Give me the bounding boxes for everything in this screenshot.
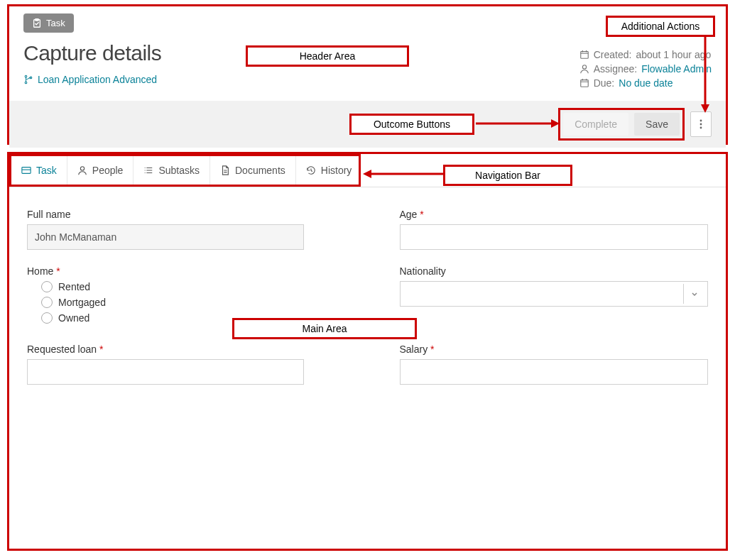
field-requested-loan: Requested loan * — [27, 344, 336, 385]
field-age: Age * — [400, 209, 709, 250]
person-icon — [77, 165, 87, 175]
nationality-label: Nationality — [400, 265, 709, 277]
process-link-label: Loan Application Advanced — [38, 74, 157, 85]
nationality-select[interactable] — [400, 281, 709, 307]
svg-point-6 — [582, 65, 586, 69]
person-icon — [579, 64, 589, 74]
annotation-outcome-buttons: Outcome Buttons — [349, 114, 474, 135]
tab-subtasks[interactable]: Subtasks — [134, 156, 210, 185]
meta-assignee: Assignee: Flowable Admin — [579, 63, 712, 75]
tab-documents[interactable]: Documents — [210, 156, 296, 185]
svg-point-12 — [80, 167, 84, 170]
main-panel: Task People Subtasks Documents History — [7, 152, 728, 551]
annotation-additional-actions: Additional Actions — [606, 16, 715, 37]
full-name-label: Full name — [27, 209, 336, 220]
navigation-bar: Task People Subtasks Documents History — [9, 154, 361, 187]
complete-button[interactable]: Complete — [563, 113, 628, 136]
svg-marker-14 — [701, 104, 709, 113]
svg-point-8 — [700, 120, 702, 122]
branch-icon — [23, 75, 33, 84]
document-icon — [220, 165, 230, 175]
field-nationality: Nationality — [400, 265, 709, 328]
svg-rect-11 — [22, 168, 31, 174]
arrow-icon — [476, 119, 561, 128]
due-link[interactable]: No due date — [619, 77, 673, 89]
annotation-main-area: Main Area — [232, 318, 417, 339]
card-icon — [21, 165, 31, 175]
salary-input[interactable] — [400, 359, 709, 385]
task-badge: Task — [23, 13, 74, 33]
radio-icon — [41, 281, 53, 292]
svg-rect-5 — [580, 52, 588, 59]
more-actions-button[interactable] — [690, 111, 712, 137]
list-icon — [143, 165, 153, 175]
svg-point-3 — [25, 82, 27, 84]
radio-rented[interactable]: Rented — [41, 281, 336, 292]
svg-rect-1 — [36, 18, 38, 21]
form-area: Full name Age * Home * Rented Mortgaged — [9, 187, 726, 399]
svg-point-9 — [700, 123, 702, 126]
svg-marker-18 — [363, 170, 371, 178]
field-full-name: Full name — [27, 209, 336, 250]
meta-created: Created: about 1 hour ago — [579, 49, 712, 60]
field-salary: Salary * — [400, 344, 709, 385]
meta-block: Created: about 1 hour ago Assignee: Flow… — [579, 49, 712, 92]
tab-people[interactable]: People — [67, 156, 134, 185]
task-badge-label: Task — [46, 18, 65, 28]
clipboard-icon — [32, 18, 42, 28]
annotation-header-area: Header Area — [246, 45, 409, 67]
age-input[interactable] — [400, 224, 709, 250]
svg-rect-7 — [580, 80, 588, 87]
home-label: Home * — [27, 265, 336, 277]
salary-label: Salary * — [400, 344, 709, 355]
tab-history[interactable]: History — [296, 156, 362, 185]
radio-icon — [41, 312, 53, 324]
requested-loan-input[interactable] — [27, 359, 304, 385]
more-vertical-icon — [699, 119, 702, 130]
history-icon — [306, 165, 316, 175]
radio-mortgaged[interactable]: Mortgaged — [41, 297, 336, 308]
svg-point-2 — [25, 75, 27, 77]
svg-marker-16 — [551, 119, 560, 128]
requested-loan-label: Requested loan * — [27, 344, 336, 355]
annotation-navigation-bar: Navigation Bar — [443, 165, 572, 186]
age-label: Age * — [400, 209, 709, 220]
process-link[interactable]: Loan Application Advanced — [23, 74, 157, 85]
save-button[interactable]: Save — [634, 113, 680, 136]
radio-icon — [41, 297, 53, 308]
calendar-due-icon — [579, 78, 589, 88]
meta-due: Due: No due date — [579, 77, 712, 89]
arrow-icon — [699, 32, 714, 114]
tab-task[interactable]: Task — [11, 156, 67, 185]
svg-point-10 — [700, 127, 702, 129]
full-name-input[interactable] — [27, 224, 304, 250]
chevron-down-icon — [683, 284, 704, 304]
arrow-icon — [361, 170, 444, 178]
calendar-icon — [579, 50, 589, 60]
home-radio-group: Rented Mortgaged Owned — [27, 281, 336, 324]
outcome-buttons-group: Complete Save — [558, 108, 685, 141]
